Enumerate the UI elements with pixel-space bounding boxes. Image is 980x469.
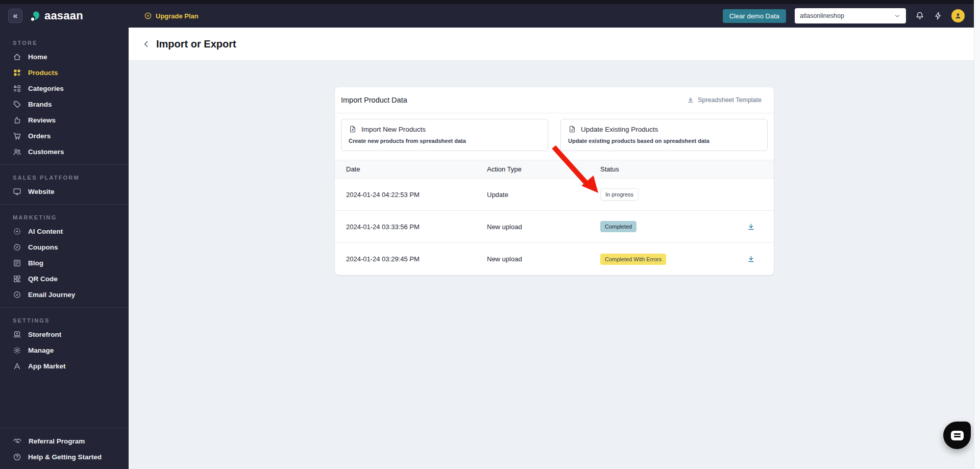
sidebar-divider: [0, 164, 129, 165]
sidebar-item-label: QR Code: [28, 275, 58, 283]
sidebar-item-label: Categories: [28, 85, 64, 92]
sidebar-item-app-market[interactable]: App Market: [0, 358, 129, 374]
chevron-down-icon: [894, 12, 901, 19]
notifications-bell-icon[interactable]: [915, 11, 925, 21]
window-top-strip: [0, 0, 980, 4]
user-avatar[interactable]: [951, 9, 965, 22]
sidebar-item-ai-content[interactable]: AI Content: [0, 224, 129, 239]
thumbs-up-icon: [13, 116, 21, 125]
brand-logo: aasaan: [30, 9, 83, 22]
sidebar: STORE Home Products: [0, 28, 129, 469]
sidebar-item-storefront[interactable]: Storefront: [0, 327, 129, 342]
sidebar-item-label: Brands: [28, 101, 52, 108]
aasaan-logo-icon: [30, 10, 42, 22]
monitor-icon: [13, 187, 21, 196]
sidebar-collapse-button[interactable]: «: [8, 9, 22, 23]
sidebar-item-blog[interactable]: Blog: [0, 255, 129, 271]
app-market-icon: [13, 362, 21, 371]
download-result-button[interactable]: [747, 223, 755, 231]
sidebar-item-label: Blog: [28, 259, 43, 267]
sidebar-item-home[interactable]: Home: [0, 49, 129, 65]
update-existing-products-option[interactable]: Update Existing Products Update existing…: [560, 119, 768, 151]
file-check-icon: [568, 125, 576, 133]
sidebar-item-reviews[interactable]: Reviews: [0, 112, 129, 128]
cart-icon: [13, 132, 21, 140]
content-area: Import Product Data Spreadsheet Template: [129, 61, 980, 469]
page-title: Import or Export: [156, 38, 236, 50]
sidebar-item-email-journey[interactable]: Email Journey: [0, 287, 129, 303]
clear-demo-data-button[interactable]: Clear demo Data: [723, 9, 786, 23]
sidebar-item-qr-code[interactable]: QR Code: [0, 271, 129, 287]
sidebar-item-brands[interactable]: Brands: [0, 96, 129, 112]
circle-plus-icon: [144, 12, 152, 20]
section-label-marketing: MARKETING: [13, 214, 129, 220]
option-description: Create new products from spreadsheet dat…: [349, 138, 541, 144]
store-selector-value: atlasonlineshop: [800, 12, 844, 19]
sidebar-item-label: Orders: [28, 132, 51, 140]
sidebar-item-products[interactable]: Products: [0, 65, 129, 81]
store-selector[interactable]: atlasonlineshop: [795, 8, 906, 23]
section-label-sales-platform: SALES PLATFORM: [13, 175, 129, 181]
sidebar-item-manage[interactable]: Manage: [0, 342, 129, 358]
table-row: 2024-01-24 03:29:45 PM New upload Comple…: [335, 243, 774, 275]
column-header-date: Date: [335, 165, 487, 173]
sidebar-item-label: Referral Program: [29, 437, 85, 445]
section-label-settings: SETTINGS: [13, 317, 129, 324]
sidebar-item-website[interactable]: Website: [0, 184, 129, 200]
topbar-brand-area: « aasaan: [0, 9, 129, 23]
tag-icon: [13, 100, 21, 109]
sidebar-item-label: Website: [28, 188, 55, 195]
users-icon: [13, 147, 21, 156]
sidebar-item-label: Home: [28, 53, 47, 61]
column-header-action-type: Action Type: [487, 165, 600, 173]
card-title: Import Product Data: [341, 96, 407, 104]
brand-name: aasaan: [44, 9, 83, 22]
quick-actions-bolt-icon[interactable]: [934, 11, 943, 20]
cell-action-type: Update: [487, 191, 600, 199]
sidebar-item-help-getting-started[interactable]: Help & Getting Started: [0, 449, 129, 465]
upgrade-plan-button[interactable]: Upgrade Plan: [144, 12, 199, 20]
sidebar-item-label: Storefront: [28, 331, 61, 338]
topbar-actions: Clear demo Data atlasonlineshop: [723, 8, 980, 23]
sidebar-item-orders[interactable]: Orders: [0, 128, 129, 144]
column-header-status: Status: [600, 165, 728, 173]
scrollbar[interactable]: [974, 0, 980, 469]
file-plus-icon: [349, 125, 357, 133]
table-header-row: Date Action Type Status: [335, 160, 774, 179]
chat-widget-button[interactable]: [943, 422, 971, 449]
sidebar-item-coupons[interactable]: Coupons: [0, 239, 129, 255]
sidebar-item-label: Manage: [28, 347, 54, 354]
status-badge: In progress: [600, 188, 639, 201]
sidebar-item-label: AI Content: [28, 228, 63, 235]
back-chevron-icon[interactable]: [142, 40, 151, 48]
page-header: Import or Export: [129, 28, 980, 61]
spreadsheet-template-link[interactable]: Spreadsheet Template: [687, 96, 762, 104]
gear-icon: [13, 346, 21, 355]
import-new-products-option[interactable]: Import New Products Create new products …: [341, 119, 548, 151]
download-result-button[interactable]: [747, 255, 755, 263]
cell-date: 2024-01-24 03:29:45 PM: [335, 255, 487, 263]
handshake-icon: [13, 436, 22, 446]
upgrade-plan-label: Upgrade Plan: [156, 12, 199, 20]
sidebar-item-label: Products: [28, 69, 58, 77]
sidebar-item-customers[interactable]: Customers: [0, 144, 129, 160]
sidebar-item-label: Reviews: [28, 116, 56, 124]
spreadsheet-template-label: Spreadsheet Template: [698, 96, 762, 104]
option-description: Update existing products based on spread…: [568, 138, 760, 144]
topbar: « aasaan Upgrade Plan Clear demo Data at…: [0, 4, 980, 28]
sidebar-divider: [0, 204, 129, 205]
status-badge: Completed: [600, 221, 636, 232]
sidebar-divider: [0, 307, 129, 308]
home-icon: [13, 53, 21, 61]
cell-date: 2024-01-24 03:33:56 PM: [335, 223, 487, 231]
categories-icon: [13, 84, 21, 93]
import-product-data-card: Import Product Data Spreadsheet Template: [335, 87, 774, 275]
download-icon: [687, 96, 694, 104]
option-title: Update Existing Products: [581, 126, 658, 133]
sidebar-item-referral-program[interactable]: Referral Program: [0, 433, 129, 449]
sidebar-item-label: App Market: [28, 362, 66, 370]
status-badge: Completed With Errors: [600, 254, 666, 265]
journey-badge-icon: [13, 290, 21, 299]
sidebar-item-categories[interactable]: Categories: [0, 81, 129, 96]
ai-badge-icon: [13, 227, 21, 236]
